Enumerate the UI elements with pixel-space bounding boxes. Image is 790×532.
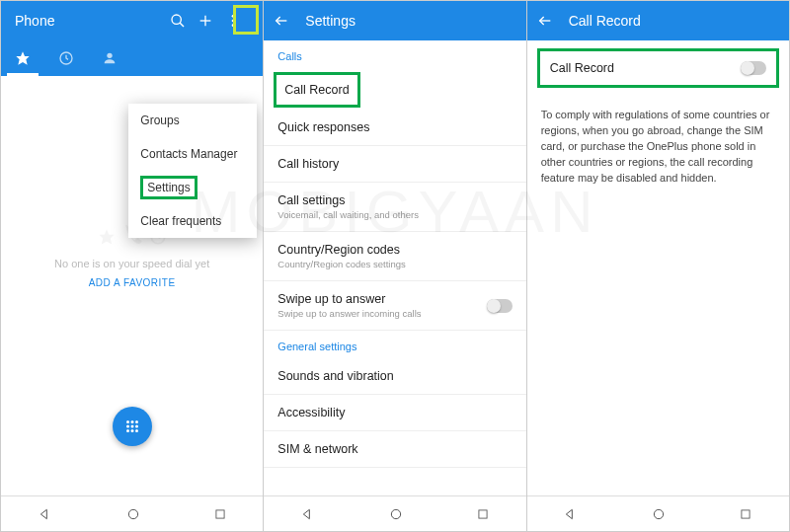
menu-item-groups[interactable]: Groups bbox=[128, 104, 257, 137]
overflow-menu: Groups Contacts Manager Settings Clear f… bbox=[128, 104, 257, 238]
add-icon[interactable] bbox=[198, 13, 225, 29]
appbar-settings: Settings bbox=[264, 1, 525, 40]
tab-contacts[interactable] bbox=[88, 40, 131, 76]
search-icon[interactable] bbox=[170, 13, 198, 29]
pane-settings: Settings Calls Call Record Quick respons… bbox=[264, 1, 526, 531]
row-sim-network[interactable]: SIM & network bbox=[264, 431, 525, 468]
menu-item-clear-frequents[interactable]: Clear frequents bbox=[128, 204, 257, 238]
row-accessibility[interactable]: Accessibility bbox=[264, 395, 525, 431]
svg-point-30 bbox=[655, 509, 664, 518]
call-record-description: To comply with regulations of some count… bbox=[527, 96, 789, 198]
svg-point-22 bbox=[128, 509, 137, 518]
row-label: Call settings bbox=[277, 193, 512, 207]
svg-marker-29 bbox=[567, 509, 573, 518]
section-header-general: General settings bbox=[264, 331, 525, 358]
row-label: Call Record bbox=[550, 61, 614, 75]
row-subtext: Voicemail, call waiting, and others bbox=[277, 209, 512, 220]
back-icon[interactable] bbox=[537, 13, 565, 29]
svg-point-9 bbox=[107, 53, 112, 58]
toggle-swipe-answer[interactable] bbox=[487, 299, 513, 313]
svg-marker-21 bbox=[40, 509, 46, 518]
appbar-phone: Phone bbox=[1, 1, 263, 40]
svg-line-1 bbox=[180, 23, 184, 27]
row-swipe-answer[interactable]: Swipe up to answer Swipe up to answer in… bbox=[264, 281, 525, 331]
nav-back-icon[interactable] bbox=[555, 502, 587, 526]
row-sounds-vibration[interactable]: Sounds and vibration bbox=[264, 358, 525, 395]
row-call-record[interactable]: Call Record bbox=[274, 72, 359, 108]
row-call-history[interactable]: Call history bbox=[264, 146, 525, 183]
row-country-codes[interactable]: Country/Region codes Country/Region code… bbox=[264, 232, 525, 281]
svg-marker-10 bbox=[99, 230, 114, 245]
nav-home-icon[interactable] bbox=[380, 502, 412, 526]
row-call-settings[interactable]: Call settings Voicemail, call waiting, a… bbox=[264, 183, 525, 232]
svg-point-26 bbox=[391, 509, 400, 518]
pane-phone: Phone Groups bbox=[1, 1, 264, 531]
svg-rect-23 bbox=[216, 509, 224, 517]
row-label: Swipe up to answer bbox=[277, 292, 512, 306]
call-record-content: Call Record To comply with regulations o… bbox=[527, 40, 789, 495]
empty-text: No one is on your speed dial yet bbox=[1, 258, 263, 269]
navbar bbox=[1, 495, 263, 531]
three-pane-wrapper: Phone Groups bbox=[0, 0, 790, 532]
pane-call-record: Call Record Call Record To comply with r… bbox=[527, 1, 789, 531]
nav-home-icon[interactable] bbox=[118, 502, 149, 526]
row-quick-responses[interactable]: Quick responses bbox=[264, 110, 525, 146]
nav-home-icon[interactable] bbox=[643, 502, 674, 526]
add-favorite-link[interactable]: ADD A FAVORITE bbox=[1, 277, 263, 288]
svg-point-0 bbox=[172, 15, 181, 24]
nav-recents-icon[interactable] bbox=[468, 503, 498, 525]
appbar-title: Settings bbox=[301, 13, 515, 29]
section-header-calls: Calls bbox=[264, 40, 525, 68]
svg-point-16 bbox=[130, 425, 133, 428]
overflow-highlight bbox=[233, 5, 259, 35]
svg-rect-27 bbox=[479, 509, 487, 517]
dialpad-fab[interactable] bbox=[113, 407, 152, 446]
toggle-call-record[interactable] bbox=[741, 61, 766, 75]
svg-point-13 bbox=[130, 420, 133, 423]
svg-point-19 bbox=[130, 429, 133, 432]
tab-favorites[interactable] bbox=[1, 40, 44, 76]
navbar bbox=[264, 495, 525, 531]
appbar-title: Phone bbox=[11, 13, 170, 29]
svg-point-17 bbox=[135, 425, 138, 428]
phone-content: Groups Contacts Manager Settings Clear f… bbox=[1, 76, 263, 495]
nav-back-icon[interactable] bbox=[30, 502, 61, 526]
svg-rect-31 bbox=[742, 509, 750, 517]
phone-tabs bbox=[1, 40, 263, 76]
appbar-call-record: Call Record bbox=[527, 1, 789, 40]
row-call-record-toggle[interactable]: Call Record bbox=[537, 48, 779, 88]
row-subtext: Country/Region codes settings bbox=[277, 259, 512, 269]
row-subtext: Swipe up to answer incoming calls bbox=[277, 308, 512, 319]
settings-content: Calls Call Record Quick responses Call h… bbox=[264, 40, 525, 495]
svg-point-14 bbox=[135, 420, 138, 423]
menu-item-contacts-manager[interactable]: Contacts Manager bbox=[128, 137, 257, 171]
svg-marker-7 bbox=[16, 51, 29, 64]
svg-point-20 bbox=[135, 429, 138, 432]
nav-back-icon[interactable] bbox=[292, 502, 324, 526]
navbar bbox=[527, 495, 789, 531]
nav-recents-icon[interactable] bbox=[205, 503, 235, 525]
back-icon[interactable] bbox=[274, 13, 301, 29]
row-label: Country/Region codes bbox=[277, 243, 512, 257]
appbar-title: Call Record bbox=[565, 13, 779, 29]
svg-point-15 bbox=[126, 425, 129, 428]
svg-point-12 bbox=[126, 420, 129, 423]
menu-item-settings[interactable]: Settings bbox=[128, 171, 257, 204]
svg-marker-25 bbox=[303, 509, 309, 518]
nav-recents-icon[interactable] bbox=[731, 503, 760, 525]
svg-point-18 bbox=[126, 429, 129, 432]
tab-recents[interactable] bbox=[44, 40, 88, 76]
